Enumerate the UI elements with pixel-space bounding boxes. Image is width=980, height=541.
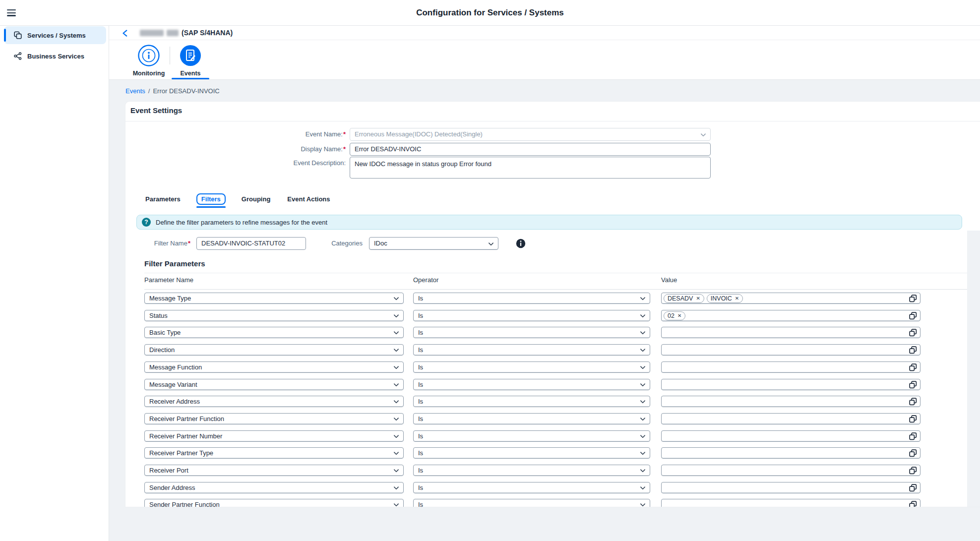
value-field[interactable] [661,361,920,373]
event-name-label: Event Name:* [200,130,346,138]
operator-select[interactable]: Is [413,310,650,321]
parameter-name-select[interactable]: Message Function [144,361,404,373]
chevron-down-icon [393,468,399,474]
filter-parameters-title: Filter Parameters [144,259,205,268]
parameter-name-select[interactable]: Receiver Partner Number [144,430,404,442]
tab-event-actions[interactable]: Event Actions [286,194,331,204]
display-name-input[interactable]: Error DESADV-INVOIC [350,143,711,156]
value-help-icon[interactable] [909,295,917,302]
chevron-down-icon [700,132,706,138]
value-field[interactable] [661,499,920,507]
filter-parameter-row: Message FunctionIs [125,361,980,373]
parameter-name-select[interactable]: Sender Address [144,482,404,493]
value-help-icon[interactable] [909,432,917,440]
operator-select[interactable]: Is [413,293,650,304]
chevron-down-icon [640,416,646,422]
token-remove-icon[interactable]: ✕ [677,313,681,318]
operator-select[interactable]: Is [413,413,650,424]
parameter-name-select[interactable]: Receiver Port [144,465,404,476]
operator-select[interactable]: Is [413,344,650,356]
operator-select[interactable]: Is [413,430,650,442]
required-indicator: * [343,145,346,153]
parameter-name-select[interactable]: Receiver Partner Type [144,447,404,459]
redacted-system-name [140,30,164,36]
value-field[interactable] [661,482,920,493]
tab-events[interactable]: Events [168,40,213,77]
application-window: Configuration for Services / Systems Ser… [0,0,980,541]
event-description-label: Event Description: [200,159,346,167]
parameter-name-select[interactable]: Receiver Address [144,396,404,407]
operator-select[interactable]: Is [413,447,650,459]
value-help-icon[interactable] [909,467,917,475]
icon-tab-label: Monitoring [126,70,171,77]
shell-header: Configuration for Services / Systems [0,0,980,26]
parameter-name-select[interactable]: Sender Partner Function [144,499,404,507]
system-title: (SAP S/4HANA) [182,29,233,37]
tab-grouping[interactable]: Grouping [241,194,272,204]
info-icon[interactable] [516,239,526,248]
tab-parameters[interactable]: Parameters [144,194,182,204]
value-field[interactable] [661,379,920,390]
value-field[interactable] [661,430,920,442]
operator-select[interactable]: Is [413,499,650,507]
value-field[interactable] [661,413,920,424]
operator-select[interactable]: Is [413,482,650,493]
value-field[interactable] [661,465,920,476]
parameter-name-select[interactable]: Basic Type [144,327,404,338]
value-field[interactable] [661,447,920,459]
value-field[interactable] [661,396,920,407]
value-help-icon[interactable] [909,381,917,389]
event-description-textarea[interactable]: New IDOC message in status group Error f… [350,157,711,179]
value-field[interactable] [661,344,920,356]
detail-tab-bar: Parameters Filters Grouping Event Action… [144,191,331,207]
categories-select[interactable]: IDoc [369,237,498,250]
value-help-icon[interactable] [909,329,917,337]
value-help-icon[interactable] [909,501,917,507]
parameter-name-select[interactable]: Direction [144,344,404,356]
token-remove-icon[interactable]: ✕ [735,296,739,301]
operator-select[interactable]: Is [413,327,650,338]
filter-parameter-row: Sender Partner FunctionIs [125,499,980,507]
monitoring-icon [137,44,160,67]
chevron-down-icon [393,450,399,456]
chevron-down-icon [393,399,399,405]
sidebar-item-services-systems[interactable]: Services / Systems [4,26,106,44]
value-help-icon[interactable] [909,346,917,354]
back-icon[interactable] [121,29,130,38]
value-help-icon[interactable] [909,415,917,423]
value-field[interactable]: 02✕ [661,310,920,321]
message-strip-text: Define the filter parameters to refine m… [156,219,327,226]
parameter-name-select[interactable]: Message Type [144,293,404,304]
parameter-name-select[interactable]: Status [144,310,404,321]
value-help-icon[interactable] [909,398,917,406]
chevron-down-icon [640,468,646,474]
chevron-down-icon [640,382,646,388]
event-name-select[interactable]: Erroneous Message(IDOC) Detected(Single) [350,128,711,141]
sidebar-item-business-services[interactable]: Business Services [4,47,106,65]
tab-monitoring[interactable]: Monitoring [126,40,171,77]
object-header: (SAP S/4HANA) Monitoring [109,26,980,80]
icon-tab-label: Events [168,70,213,77]
value-field[interactable] [661,327,920,338]
required-indicator: * [343,130,346,138]
tab-filters[interactable]: Filters [196,193,226,205]
operator-select[interactable]: Is [413,361,650,373]
operator-select[interactable]: Is [413,396,650,407]
value-help-icon[interactable] [909,363,917,371]
share-icon [14,52,22,60]
parameter-name-select[interactable]: Message Variant [144,379,404,390]
filter-parameter-row: Receiver Partner FunctionIs [125,413,980,424]
value-help-icon[interactable] [909,449,917,457]
value-help-icon[interactable] [909,312,917,320]
operator-select[interactable]: Is [413,379,650,390]
token-remove-icon[interactable]: ✕ [696,296,700,301]
breadcrumb-separator: / [148,87,150,95]
breadcrumb-link-events[interactable]: Events [125,87,145,95]
operator-select[interactable]: Is [413,465,650,476]
filter-name-input[interactable]: DESADV-INVOIC-STATUT02 [196,237,306,250]
divider [125,121,980,121]
value-field[interactable]: DESADV✕INVOIC✕ [661,293,920,304]
chevron-down-icon [393,416,399,422]
parameter-name-select[interactable]: Receiver Partner Function [144,413,404,424]
value-help-icon[interactable] [909,484,917,492]
